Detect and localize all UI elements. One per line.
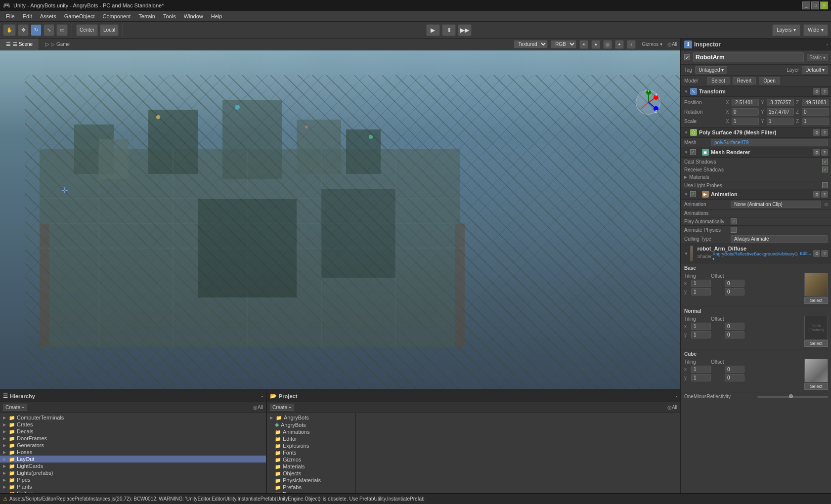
base-tiling-y[interactable] <box>691 288 711 295</box>
animation-clip-dropdown[interactable]: None (Animation Clip) <box>731 201 821 208</box>
open-button[interactable]: Open <box>759 77 780 84</box>
hierarchy-item-lights[interactable]: ▶ 📁 Lights(prefabs) <box>0 469 266 476</box>
materials-row[interactable]: ▶ Materials <box>681 173 831 181</box>
inspector-minimize[interactable]: - <box>827 42 828 47</box>
base-select-button[interactable]: Select <box>804 297 828 304</box>
animate-physics-checkbox[interactable]: ✓ <box>731 227 737 233</box>
cast-shadows-checkbox[interactable]: ✓ <box>822 159 828 165</box>
pause-button[interactable]: ⏸ <box>442 24 456 36</box>
scene-viewport[interactable]: ✛ X Y <box>0 50 680 389</box>
menu-file[interactable]: File <box>2 12 19 20</box>
step-button[interactable]: ▶▶ <box>458 24 472 36</box>
play-button[interactable]: ▶ <box>426 24 440 36</box>
project-folder-gizmos[interactable]: 📁 Gizmos <box>267 456 355 463</box>
scene-toolbar-1[interactable]: ☀ <box>579 40 588 49</box>
normal-offset-y[interactable] <box>725 331 744 338</box>
gameobject-active-checkbox[interactable]: ✓ <box>684 54 690 60</box>
hand-tool[interactable]: ✋ <box>3 24 16 36</box>
settings-icon[interactable]: ⚙ <box>813 129 820 136</box>
scene-tab[interactable]: ☰ ☰ Scene <box>0 39 39 50</box>
settings-icon[interactable]: ⚙ <box>813 191 820 198</box>
menu-window[interactable]: Window <box>180 12 207 20</box>
cube-tiling-y[interactable] <box>691 374 711 381</box>
center-button[interactable]: Center <box>76 24 98 36</box>
local-button[interactable]: Local <box>100 24 119 36</box>
settings-icon[interactable]: ⚙ <box>813 250 820 257</box>
rot-z-input[interactable] <box>802 108 829 116</box>
select-button[interactable]: Select <box>707 77 730 84</box>
project-folder-angrybots[interactable]: ◆ AngryBots <box>267 421 355 428</box>
project-folder-explosions[interactable]: 📁 Explosions <box>267 442 355 449</box>
hierarchy-minimize[interactable]: - <box>262 393 263 399</box>
menu-tools[interactable]: Tools <box>159 12 180 20</box>
meshrenderer-enable-checkbox[interactable]: ✓ <box>690 149 696 155</box>
cube-select-button[interactable]: Select <box>804 383 828 390</box>
settings-icon[interactable]: ⚙ <box>813 88 820 95</box>
rotate-tool[interactable]: ↻ <box>31 24 42 36</box>
scale-x-input[interactable] <box>732 118 759 125</box>
menu-gameobject[interactable]: GameObject <box>60 12 99 20</box>
hierarchy-item-pipes[interactable]: ▶ 📁 Pipes <box>0 476 266 483</box>
hierarchy-item-computerterms[interactable]: ▶ 📁 ComputerTerminals <box>0 414 266 421</box>
project-folder-objects[interactable]: 📁 Objects <box>267 470 355 477</box>
mesh-value[interactable]: polySurface479 <box>711 139 828 146</box>
project-folder-angrybots-root[interactable]: ▶ 📁 AngryBots <box>267 414 355 421</box>
meshfilter-section-header[interactable]: ▼ ⬡ Poly Surface 479 (Mesh Filter) ⚙ ? <box>681 127 831 138</box>
menu-edit[interactable]: Edit <box>19 12 36 20</box>
project-folder-animations[interactable]: 📁 Animations <box>267 428 355 435</box>
hierarchy-item-hoses[interactable]: ▶ 📁 Hoses <box>0 449 266 456</box>
project-folder-physicmaterials[interactable]: 📁 PhysicMaterials <box>267 477 355 484</box>
meshrenderer-section-header[interactable]: ▼ ✓ ▣ Mesh Renderer ⚙ ? <box>681 147 831 158</box>
base-texture-thumb[interactable] <box>804 273 828 296</box>
culling-type-dropdown[interactable]: Always Animate <box>731 235 828 243</box>
menu-assets[interactable]: Assets <box>36 12 60 20</box>
project-minimize[interactable]: - <box>676 393 677 399</box>
close-button[interactable]: × <box>820 1 828 9</box>
base-offset-y[interactable] <box>725 288 744 295</box>
pos-y-input[interactable] <box>767 99 794 106</box>
base-offset-x[interactable] <box>725 280 744 287</box>
project-folder-editor[interactable]: 📁 Editor <box>267 435 355 442</box>
material-section-header[interactable]: ▼ robot_Arm_Diffuse Shader AngryBots/Ref… <box>681 244 831 263</box>
scene-toolbar-5[interactable]: ♪ <box>627 40 636 49</box>
shading-dropdown[interactable]: Textured <box>514 40 548 48</box>
cube-tiling-x[interactable] <box>691 366 711 373</box>
play-auto-checkbox[interactable]: ✓ <box>731 218 737 224</box>
rot-x-input[interactable] <box>732 108 759 116</box>
pos-z-input[interactable] <box>802 99 829 106</box>
hierarchy-item-plants[interactable]: ▶ 📁 Plants <box>0 483 266 490</box>
normal-select-button[interactable]: Select <box>804 340 828 347</box>
receive-shadows-checkbox[interactable]: ✓ <box>822 167 828 172</box>
layers-dropdown[interactable]: Layers ▾ <box>772 24 800 36</box>
scale-y-input[interactable] <box>767 118 794 125</box>
animation-section-header[interactable]: ▼ ✓ ▶ Animation ⚙ ? <box>681 189 831 200</box>
menu-component[interactable]: Component <box>98 12 134 20</box>
help-icon[interactable]: ? <box>821 129 828 136</box>
base-tiling-x[interactable] <box>691 280 711 287</box>
project-create-button[interactable]: Create + <box>270 404 294 411</box>
gameobject-name-input[interactable] <box>693 52 804 62</box>
project-folder-materials[interactable]: 📁 Materials <box>267 463 355 470</box>
cube-texture-thumb[interactable] <box>804 359 828 382</box>
help-icon[interactable]: ? <box>821 149 828 156</box>
scene-toolbar-4[interactable]: ✦ <box>615 40 624 49</box>
reflectivity-slider[interactable] <box>757 396 829 398</box>
channel-dropdown[interactable]: RGB <box>551 40 576 48</box>
pos-x-input[interactable] <box>732 99 759 106</box>
edit-shader-button[interactable]: Edit... <box>800 251 811 256</box>
scene-toolbar-3[interactable]: ◎ <box>603 40 612 49</box>
use-light-probes-checkbox[interactable]: ✓ <box>822 182 828 188</box>
game-tab[interactable]: ▷ ▷ Game <box>39 39 76 50</box>
project-folder-prefabs[interactable]: 📁 Prefabs <box>267 484 355 491</box>
gizmos-label[interactable]: Gizmos ▾ <box>642 42 662 47</box>
settings-icon[interactable]: ⚙ <box>813 149 820 156</box>
cube-offset-x[interactable] <box>725 366 744 373</box>
hierarchy-item-doorframes[interactable]: ▶ 📁 DoorFrames <box>0 435 266 442</box>
help-icon[interactable]: ? <box>821 250 828 257</box>
menu-help[interactable]: Help <box>207 12 226 20</box>
hierarchy-item-generators[interactable]: ▶ 📁 Generators <box>0 442 266 449</box>
rect-tool[interactable]: ▭ <box>56 24 68 36</box>
hierarchy-item-layout[interactable]: ▶ 📁 LayOut <box>0 456 266 462</box>
scale-z-input[interactable] <box>802 118 829 125</box>
hierarchy-item-lightcards[interactable]: ▶ 📁 LightCards <box>0 462 266 469</box>
